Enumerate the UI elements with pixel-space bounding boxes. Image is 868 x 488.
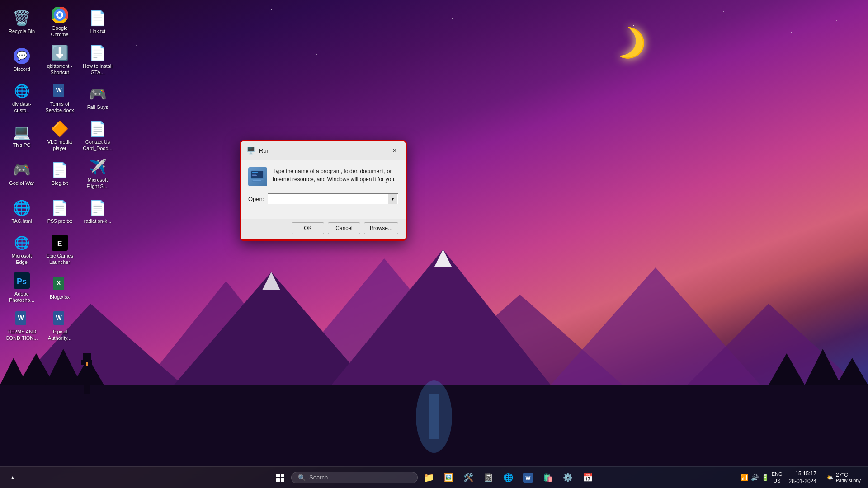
link-txt-label: Link.txt [90,28,106,34]
svg-rect-51 [252,174,256,175]
ms-edge-label: Microsoft Edge [5,253,38,265]
system-tray-expand-button[interactable]: ▲ [4,469,22,487]
desktop-icon-vlc[interactable]: 🔶 VLC media player [42,117,78,154]
taskbar-store-button[interactable]: 🛍️ [539,469,557,487]
dialog-ok-button[interactable]: OK [292,222,324,234]
taskbar-photos-button[interactable]: 🖼️ [439,469,458,487]
discord-label: Discord [13,66,30,72]
desktop-icon-discord[interactable]: 💬 Discord [4,42,40,78]
svg-rect-52 [252,175,257,176]
contact-card-icon: 📄 [89,120,107,138]
run-program-icon [248,167,267,186]
desktop-icon-blog-xlsx[interactable]: X Blog.xlsx [42,269,78,305]
svg-text:🌐: 🌐 [14,235,30,250]
how-to-label: How to install GTA... [81,63,114,75]
desktop-icon-link-txt[interactable]: 📄 Link.txt [80,4,116,40]
radiation-label: radiation-k... [84,218,112,224]
dialog-open-field[interactable] [269,196,388,202]
edge-data-label: div data-custo.. [5,101,38,113]
dialog-cancel-button[interactable]: Cancel [328,222,360,234]
svg-rect-23 [429,394,439,439]
svg-text:W: W [56,86,62,94]
contact-card-label: Contact Us Card_Dood... [81,139,114,151]
desktop-icon-terms-service[interactable]: W Terms of Service.docx [42,80,78,116]
terms-service-icon: W [51,82,69,100]
weather-temp: 27°C [836,472,861,478]
dialog-browse-button[interactable]: Browse... [364,222,398,234]
ms-edge-icon: 🌐 [13,234,31,252]
system-tray: 📶 🔊 🔋 [741,474,769,481]
desktop-icon-topical[interactable]: W Topical Authority... [42,307,78,343]
desktop-icon-terms[interactable]: W TERMS AND CONDITION... [4,307,40,343]
language-text: ENG [772,471,783,477]
terms-icon: W [13,310,31,328]
this-pc-icon: 💻 [13,123,31,141]
svg-rect-54 [281,474,284,477]
photoshop-label: Adobe Photosho... [5,291,38,303]
battery-icon[interactable]: 🔋 [761,474,769,481]
volume-icon[interactable]: 🔊 [751,474,759,481]
taskbar-file-explorer-button[interactable]: 📁 [420,469,438,487]
desktop-icon-google-chrome[interactable]: Google Chrome [42,4,78,40]
blog-xlsx-icon: X [51,275,69,293]
dialog-top-row: Type the name of a program, folder, docu… [248,167,398,186]
recycle-bin-label: Recycle Bin [9,28,35,34]
ps5-pro-label: PS5 pro.txt [47,218,72,224]
desktop-icon-tac-html[interactable]: 🌐 TAC.html [4,193,40,230]
desktop-icon-flight-sim[interactable]: ✈️ Microsoft Flight Si... [80,155,116,192]
blog-txt-icon: 📄 [51,161,69,179]
dialog-body: Type the name of a program, folder, docu… [241,160,406,219]
flight-sim-label: Microsoft Flight Si... [81,177,114,189]
svg-text:W: W [18,314,24,321]
weather-widget[interactable]: 🌤️ 27°C Partly sunny [823,472,864,483]
svg-text:W: W [525,475,531,481]
taskbar-tools-button[interactable]: 🛠️ [459,469,477,487]
search-placeholder-text: Search [309,474,328,481]
taskbar-edge-button[interactable]: 🌐 [499,469,517,487]
desktop-icon-how-to[interactable]: 📄 How to install GTA... [80,42,116,78]
desktop-icon-this-pc[interactable]: 💻 This PC [4,117,40,154]
dialog-dropdown-button[interactable]: ▾ [388,194,397,204]
god-of-war-icon: 🎮 [13,161,31,179]
desktop-icon-contact-card[interactable]: 📄 Contact Us Card_Dood... [80,117,116,154]
desktop-icon-recycle-bin[interactable]: 🗑️ Recycle Bin [4,4,40,40]
start-button[interactable] [271,469,289,487]
link-txt-icon: 📄 [89,9,107,27]
taskbar-word-button[interactable]: W [519,469,537,487]
desktop-icon-radiation[interactable]: 📄 radiation-k... [80,193,116,230]
svg-text:Ps: Ps [17,277,27,286]
weather-desc: Partly sunny [836,478,861,483]
clock[interactable]: 15:15:17 28-01-2024 [785,470,820,485]
svg-text:X: X [57,279,61,286]
qbittorrent-icon: ⬇️ [51,44,69,62]
photoshop-icon: Ps [13,272,31,290]
language-indicator[interactable]: ENG US [772,471,783,484]
dialog-close-button[interactable]: ✕ [389,145,400,156]
desktop-icon-epic[interactable]: E Epic Games Launcher [42,231,78,267]
network-icon[interactable]: 📶 [741,474,748,481]
desktop-icon-ps5-pro[interactable]: 📄 PS5 pro.txt [42,193,78,230]
dialog-open-input-container[interactable]: ▾ [268,193,398,204]
desktop-icons-area: 🗑️ Recycle Bin 💬 Discord 🌐 div data-cust… [0,0,136,384]
run-title-icon: 🖥️ [246,146,255,155]
desktop-icon-fall-guys[interactable]: 🎮 Fall Guys [80,80,116,116]
taskbar-notes-button[interactable]: 📓 [479,469,497,487]
desktop-icon-blog-txt[interactable]: 📄 Blog.txt [42,155,78,192]
svg-rect-53 [276,474,280,477]
how-to-icon: 📄 [89,44,107,62]
dialog-titlebar: 🖥️ Run ✕ [241,141,406,160]
taskbar-center: 🔍 Search 📁 🖼️ 🛠️ 📓 🌐 W 🛍️ ⚙️ 📅 [271,469,597,487]
taskbar-settings-button[interactable]: ⚙️ [559,469,577,487]
topical-icon: W [51,310,69,328]
taskbar-calendar-button[interactable]: 📅 [579,469,597,487]
svg-rect-50 [252,172,258,173]
desktop-icon-ms-edge[interactable]: 🌐 Microsoft Edge [4,231,40,267]
taskbar: ▲ 🔍 Search 📁 🖼️ 🛠️ 📓 🌐 W 🛍️ ⚙️ 📅 [0,466,868,488]
desktop-icon-edge-data[interactable]: 🌐 div data-custo.. [4,80,40,116]
desktop-icon-qbittorrent[interactable]: ⬇️ qbittorrent - Shortcut [42,42,78,78]
taskbar-search-bar[interactable]: 🔍 Search [291,472,418,483]
svg-rect-55 [276,478,280,482]
desktop-icon-god-of-war[interactable]: 🎮 God of War [4,155,40,192]
tac-html-icon: 🌐 [13,199,31,217]
desktop-icon-photoshop[interactable]: Ps Adobe Photosho... [4,269,40,305]
